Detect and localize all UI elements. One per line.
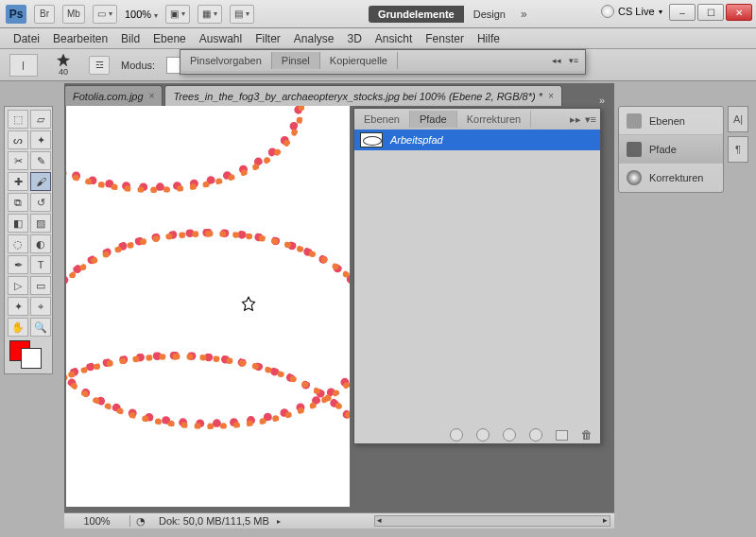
camera-tool[interactable]: ⌖: [30, 297, 51, 316]
tab-kopierquelle[interactable]: Kopierquelle: [320, 52, 398, 69]
status-bar: 100% ◔ Dok: 50,0 MB/111,5 MB ▸: [64, 512, 614, 528]
history-brush-tool[interactable]: ↺: [30, 193, 51, 212]
tab-ebenen[interactable]: Ebenen: [354, 111, 410, 128]
selection-from-path-icon[interactable]: [503, 428, 516, 442]
dock-paragraph-button[interactable]: ¶: [728, 136, 748, 163]
path-from-selection-icon[interactable]: [529, 428, 542, 442]
pen-tool[interactable]: ✒: [8, 255, 28, 274]
new-path-icon[interactable]: [556, 430, 568, 441]
close-icon[interactable]: ×: [149, 91, 155, 101]
quick-select-tool[interactable]: ✦: [30, 130, 51, 149]
panel-menu-icon[interactable]: ▾≡: [585, 113, 596, 126]
minibridge-button[interactable]: Mb: [62, 5, 85, 24]
panel-menu-icon[interactable]: ▾≡: [566, 56, 581, 65]
paths-panel: Ebenen Pfade Korrekturen ▸▸▾≡ Arbeitspfa…: [353, 108, 601, 444]
cslive-icon: [601, 5, 614, 18]
status-icon: ◔: [130, 515, 146, 528]
dock-ebenen[interactable]: Ebenen: [619, 107, 723, 135]
dock-label: Ebenen: [649, 115, 685, 127]
doc-tab-label: Fotolia.com.jpg: [73, 91, 144, 102]
brush-preview[interactable]: 40: [49, 53, 77, 78]
window-buttons: – ☐ ✕: [669, 4, 752, 21]
gradient-tool[interactable]: ▨: [30, 214, 51, 233]
menu-bild[interactable]: Bild: [121, 32, 140, 45]
panel-collapse-icon[interactable]: ▸▸: [570, 113, 581, 126]
adjustments-icon: [627, 170, 642, 185]
workspace-design[interactable]: Design: [464, 6, 515, 23]
doc-tab-trees[interactable]: Trees_in_the_fog3_by_archaeopteryx_stock…: [164, 85, 561, 106]
type-tool[interactable]: T: [30, 255, 51, 274]
zoom-dropdown[interactable]: 100%: [125, 9, 158, 20]
lasso-tool[interactable]: ᔕ: [8, 130, 28, 149]
delete-path-icon[interactable]: 🗑: [581, 428, 593, 442]
menu-datei[interactable]: Datei: [13, 32, 40, 45]
move-tool[interactable]: ⬚: [8, 110, 28, 129]
menu-3d[interactable]: 3D: [348, 32, 362, 45]
fill-path-icon[interactable]: [450, 428, 463, 442]
tab-pfade[interactable]: Pfade: [410, 111, 457, 128]
workspace-more[interactable]: »: [515, 5, 533, 24]
menu-ansicht[interactable]: Ansicht: [375, 32, 412, 45]
paths-list-body: [354, 150, 600, 424]
path-select-tool[interactable]: ▷: [8, 276, 28, 295]
brush-cursor-icon: [236, 295, 261, 320]
workspace-grundelemente[interactable]: Grundelemente: [369, 6, 464, 23]
menu-ebene[interactable]: Ebene: [153, 32, 186, 45]
panel-collapse-icon[interactable]: ◂◂: [549, 56, 564, 65]
eraser-tool[interactable]: ◧: [8, 214, 28, 233]
stroke-path-icon[interactable]: [476, 428, 490, 442]
modus-label: Modus:: [121, 60, 155, 71]
tool-preset-picker[interactable]: ⁄: [9, 54, 38, 77]
brush-tool[interactable]: 🖌: [30, 172, 51, 191]
doc-tabs-more[interactable]: »: [590, 95, 614, 106]
canvas[interactable]: [66, 106, 350, 507]
minimize-button[interactable]: –: [669, 4, 696, 21]
3d-tool[interactable]: ✦: [8, 297, 28, 316]
layout-dropdown[interactable]: ▭: [93, 5, 117, 24]
paths-icon: [627, 142, 642, 157]
bridge-button[interactable]: Br: [34, 5, 55, 24]
arrange-dropdown[interactable]: ▤: [230, 5, 254, 24]
dock-korrekturen[interactable]: Korrekturen: [619, 164, 723, 192]
crop-tool[interactable]: ✂: [8, 151, 28, 170]
cslive[interactable]: CS Live ▾: [601, 5, 662, 18]
blur-tool[interactable]: ◌: [8, 234, 28, 253]
dock-pfade[interactable]: Pfade: [619, 135, 723, 164]
tab-pinsel[interactable]: Pinsel: [272, 52, 320, 69]
extras-dropdown[interactable]: ▦: [198, 5, 222, 24]
menu-bearbeiten[interactable]: Bearbeiten: [53, 32, 108, 45]
brush-panel-toggle[interactable]: ☲: [89, 56, 110, 75]
shape-tool[interactable]: ▭: [30, 276, 51, 295]
dock-label: Korrekturen: [649, 172, 703, 183]
zoom-tool[interactable]: 🔍: [30, 318, 51, 337]
close-button[interactable]: ✕: [726, 4, 752, 21]
marquee-tool[interactable]: ▱: [30, 110, 51, 129]
status-menu-icon[interactable]: ▸: [277, 517, 281, 526]
zoom-field[interactable]: 100%: [64, 515, 130, 527]
horizontal-scrollbar[interactable]: [374, 515, 610, 527]
healing-tool[interactable]: ✚: [8, 172, 28, 191]
doc-tab-fotolia[interactable]: Fotolia.com.jpg×: [64, 85, 163, 106]
eyedropper-tool[interactable]: ✎: [30, 151, 51, 170]
menu-filter[interactable]: Filter: [255, 32, 281, 45]
menubar: Datei Bearbeiten Bild Ebene Auswahl Filt…: [0, 28, 756, 49]
background-color[interactable]: [21, 348, 42, 369]
close-icon[interactable]: ×: [548, 91, 554, 101]
maximize-button[interactable]: ☐: [697, 4, 724, 21]
menu-auswahl[interactable]: Auswahl: [199, 32, 242, 45]
menu-hilfe[interactable]: Hilfe: [477, 32, 500, 45]
workspace-switcher: Grundelemente Design »: [369, 4, 533, 25]
tab-pinselvorgaben[interactable]: Pinselvorgaben: [180, 52, 272, 69]
brush-settings-panel: Pinselvorgaben Pinsel Kopierquelle ◂◂▾≡: [180, 49, 586, 75]
hand-tool[interactable]: ✋: [8, 318, 28, 337]
dock-character-button[interactable]: A|: [728, 106, 748, 132]
color-swatches[interactable]: [8, 338, 51, 371]
stamp-tool[interactable]: ⧉: [8, 193, 28, 212]
menu-fenster[interactable]: Fenster: [425, 32, 464, 45]
menu-analyse[interactable]: Analyse: [294, 32, 335, 45]
path-row-arbeitspfad[interactable]: Arbeitspfad: [354, 130, 600, 150]
dodge-tool[interactable]: ◐: [30, 234, 51, 253]
screen-mode-dropdown[interactable]: ▣: [165, 5, 190, 24]
tab-korrekturen[interactable]: Korrekturen: [457, 111, 531, 128]
titlebar: Ps Br Mb ▭ 100% ▣ ▦ ▤ Grundelemente Desi…: [0, 0, 756, 28]
